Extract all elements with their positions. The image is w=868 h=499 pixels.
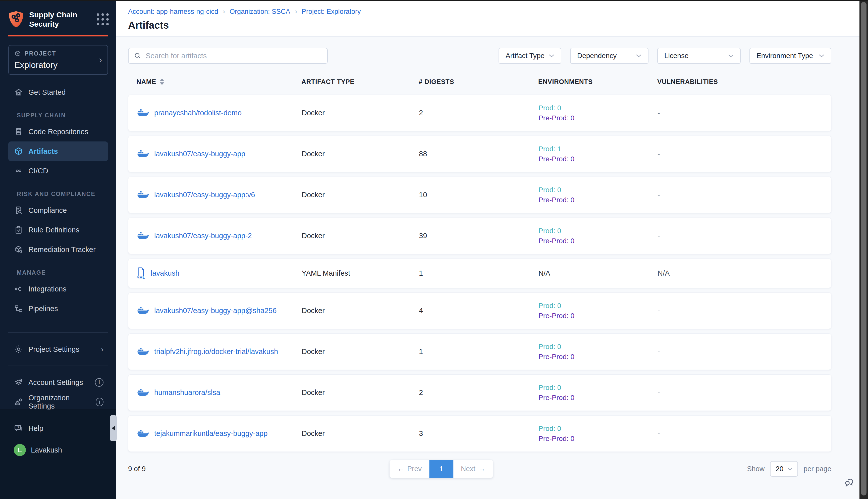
- info-icon[interactable]: i: [95, 378, 103, 387]
- artifact-name-link[interactable]: pranaycshah/todolist-demo: [154, 109, 241, 117]
- sort-icon[interactable]: [160, 78, 164, 85]
- filter-bar: Artifact Type Dependency License Environ…: [498, 48, 831, 64]
- sidebar-item-label: CI/CD: [28, 167, 48, 175]
- preprod-env-link[interactable]: Pre-Prod: 0: [538, 237, 658, 245]
- artifacts-cube-icon: [14, 146, 23, 156]
- gear-icon: [14, 344, 23, 354]
- prod-env-link[interactable]: Prod: 0: [538, 104, 658, 112]
- artifact-type-cell: Docker: [302, 429, 419, 438]
- sidebar-item-account-settings[interactable]: Account Settings i: [8, 373, 108, 392]
- sidebar-item-organization-settings[interactable]: Organization Settings i: [8, 392, 108, 412]
- artifact-name-link[interactable]: trialpfv2hi.jfrog.io/docker-trial/lavaku…: [154, 348, 278, 356]
- artifact-name-link[interactable]: tejakummarikuntla/easy-buggy-app: [154, 429, 268, 438]
- prod-env-link[interactable]: Prod: 0: [538, 227, 658, 235]
- artifact-name-link[interactable]: lavakush07/easy-buggy-app: [154, 150, 245, 158]
- preprod-env-link[interactable]: Pre-Prod: 0: [538, 353, 658, 361]
- artifact-name-link[interactable]: lavakush07/easy-buggy-app-2: [154, 232, 252, 240]
- preprod-env-link[interactable]: Pre-Prod: 0: [538, 114, 658, 122]
- environments-cell: Prod: 0 Pre-Prod: 0: [538, 227, 658, 245]
- main-area: Account: app-harness-ng-cicd › Organizat…: [116, 0, 859, 499]
- artifact-rows: pranaycshah/todolist-demo Docker 2 Prod:…: [128, 95, 831, 452]
- sidebar-item-compliance[interactable]: Compliance: [8, 200, 108, 220]
- document-search-icon: [14, 206, 23, 215]
- info-icon[interactable]: i: [96, 398, 103, 406]
- preprod-env-link[interactable]: Pre-Prod: 0: [538, 435, 658, 443]
- prod-env-link[interactable]: Prod: 1: [538, 145, 658, 153]
- scrollbar-thumb[interactable]: [861, 2, 867, 496]
- prod-env-link[interactable]: Prod: 0: [538, 384, 658, 392]
- breadcrumb-organization-link[interactable]: Organization: SSCA: [230, 8, 290, 15]
- vulnerabilities-cell: -: [658, 306, 831, 315]
- artifact-name-cell: lavakush07/easy-buggy-app: [137, 149, 302, 159]
- sidebar-item-help[interactable]: ? Help: [8, 417, 108, 439]
- divider: [8, 332, 108, 333]
- filter-label: Environment Type: [756, 52, 813, 60]
- app-title: Supply Chain Security: [29, 10, 82, 29]
- environment-type-filter[interactable]: Environment Type: [749, 48, 831, 64]
- breadcrumb-project-link[interactable]: Project: Exploratory: [302, 8, 361, 15]
- supply-chain-security-logo-icon: [8, 11, 24, 28]
- breadcrumb-account-link[interactable]: Account: app-harness-ng-cicd: [128, 8, 218, 15]
- sidebar-item-cicd[interactable]: CI/CD: [8, 161, 108, 181]
- docker-icon: [137, 190, 149, 200]
- page-size-select[interactable]: 20: [770, 461, 798, 477]
- digest-count-cell: 2: [419, 109, 538, 117]
- sidebar-item-label: Integrations: [28, 285, 66, 293]
- table-row: lavakush07/easy-buggy-app@sha256 Docker …: [128, 292, 831, 329]
- sidebar-item-integrations[interactable]: Integrations: [8, 279, 108, 299]
- license-filter[interactable]: License: [657, 48, 741, 64]
- support-chat-icon[interactable]: [843, 476, 855, 489]
- environments-cell: Prod: 1 Pre-Prod: 0: [538, 145, 658, 163]
- prev-page-button[interactable]: ← Prev: [389, 460, 429, 478]
- prod-env-link[interactable]: Prod: 0: [538, 425, 658, 433]
- sidebar-item-pipelines[interactable]: Pipelines: [8, 299, 108, 318]
- prod-env-link[interactable]: Prod: 0: [538, 343, 658, 351]
- chevron-down-icon: [636, 54, 642, 58]
- window-top-edge: [0, 0, 868, 1]
- preprod-env-link[interactable]: Pre-Prod: 0: [538, 196, 658, 204]
- artifact-type-cell: Docker: [302, 348, 419, 356]
- artifact-type-cell: Docker: [302, 388, 419, 397]
- artifact-name-link[interactable]: lavakush07/easy-buggy-app@sha256: [154, 306, 276, 315]
- sidebar-item-project-settings[interactable]: Project Settings ›: [8, 339, 108, 359]
- artifact-name-link[interactable]: lavakush07/easy-buggy-app:v6: [154, 191, 255, 199]
- sidebar-item-remediation-tracker[interactable]: Remediation Tracker: [8, 240, 108, 259]
- page-size-value: 20: [776, 465, 783, 473]
- sidebar-item-get-started[interactable]: Get Started: [8, 82, 108, 102]
- project-cube-icon: [14, 50, 21, 57]
- sidebar-item-artifacts[interactable]: Artifacts: [8, 142, 108, 161]
- page-number-button[interactable]: 1: [429, 460, 453, 478]
- preprod-env-link[interactable]: Pre-Prod: 0: [538, 155, 658, 163]
- module-switcher-grid-icon[interactable]: [97, 13, 109, 25]
- docker-icon: [137, 108, 149, 118]
- prod-env-link[interactable]: Prod: 0: [538, 302, 658, 310]
- docker-icon: [137, 231, 149, 241]
- user-menu[interactable]: L Lavakush: [8, 439, 108, 461]
- sidebar-collapse-handle[interactable]: [110, 415, 117, 441]
- sidebar-item-label: Rule Definitions: [28, 226, 79, 234]
- breadcrumb: Account: app-harness-ng-cicd › Organizat…: [128, 8, 859, 15]
- preprod-env-link[interactable]: Pre-Prod: 0: [538, 394, 658, 402]
- project-selector[interactable]: PROJECT Exploratory ›: [8, 45, 108, 75]
- page-summary: 9 of 9: [128, 465, 146, 473]
- sidebar-item-code-repositories[interactable]: Code Repositories: [8, 122, 108, 142]
- search-input[interactable]: [146, 52, 322, 60]
- next-label: Next: [461, 465, 475, 473]
- sidebar-item-rule-definitions[interactable]: Rule Definitions: [8, 220, 108, 240]
- artifact-type-filter[interactable]: Artifact Type: [498, 48, 561, 64]
- prod-env-link[interactable]: Prod: 0: [538, 186, 658, 194]
- dependency-filter[interactable]: Dependency: [570, 48, 648, 64]
- preprod-env-link[interactable]: Pre-Prod: 0: [538, 312, 658, 320]
- sidebar-item-label: Get Started: [28, 88, 65, 97]
- user-avatar: L: [14, 444, 26, 456]
- artifact-type-cell: Docker: [302, 306, 419, 315]
- artifact-name-link[interactable]: lavakush: [151, 269, 179, 277]
- artifact-name-link[interactable]: humanshuarora/slsa: [154, 388, 220, 397]
- integrations-icon: [14, 284, 23, 294]
- user-name: Lavakush: [31, 446, 62, 454]
- artifact-name-cell: trialpfv2hi.jfrog.io/docker-trial/lavaku…: [137, 347, 302, 356]
- chevron-down-icon: [728, 54, 734, 58]
- window-scrollbar[interactable]: [859, 0, 868, 499]
- next-page-button[interactable]: Next →: [453, 460, 493, 478]
- sidebar-footer: ? Help L Lavakush: [0, 410, 116, 499]
